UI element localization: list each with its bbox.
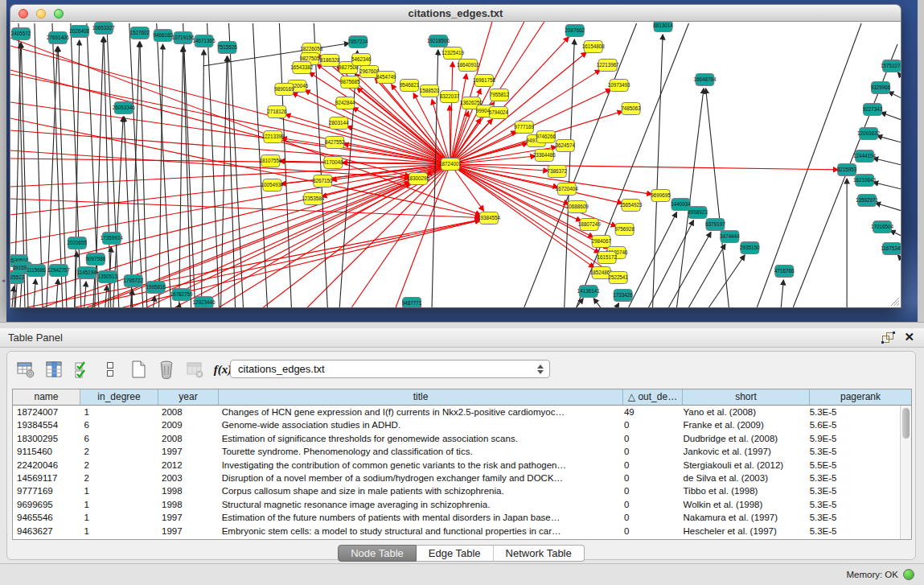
table-cell: Stergiakouli et al. (2012) [679,459,805,472]
graph-edge [107,23,119,307]
table-cell: 1 [80,511,158,524]
sidebar-collapse-icon[interactable]: ◂ [0,277,6,284]
delete-table-icon[interactable] [156,359,177,380]
table-cell: Investigating the contribution of common… [218,459,620,472]
table-row[interactable]: 1456911722003Disruption of a novel membe… [13,472,900,484]
graph-node-label: 2967608 [359,68,380,74]
column-header[interactable]: in_degree [80,389,158,405]
graph-node-label: 16961758 [473,77,495,83]
table-row[interactable]: 969969511998Structural magnetic resonanc… [13,498,900,511]
graph-edge [873,183,901,189]
graph-node-label: 1527602 [129,30,150,35]
tab-node-table[interactable]: Node Table [338,545,417,562]
column-header[interactable]: short [683,389,810,405]
graph-edge [450,164,616,226]
scrollbar-thumb[interactable] [902,408,910,439]
graph-node-label: 26053346 [113,105,135,110]
graph-node-label: 27691406 [47,35,69,40]
row-height-icon[interactable] [100,359,121,380]
table-cell: 2008 [158,406,218,418]
new-table-icon[interactable] [128,359,149,380]
table-row[interactable]: 2242004622012Investigating the contribut… [13,459,900,472]
graph-node-label: 12325419 [441,50,464,56]
table-cell: 1 [80,498,158,511]
table-settings-icon[interactable] [15,359,36,380]
column-header[interactable]: year [158,389,219,405]
table-row[interactable]: 1872400712008Changes of HCN gene express… [13,406,900,418]
graph-node-label: 9242844 [335,100,355,105]
float-panel-icon[interactable] [881,332,895,347]
table-cell: 22420046 [13,459,80,472]
minimize-window-button[interactable] [36,9,46,19]
table-cell: 1997 [158,525,218,538]
table-cell: Jankovic et al. (1997) [679,445,805,458]
table-row[interactable]: 977716911998Corpus callosum shape and si… [13,484,900,497]
network-table-select[interactable]: citations_edges.txt [230,360,550,378]
table-row[interactable]: 911546021997Tourette syndrome. Phenomeno… [13,445,900,458]
close-panel-icon[interactable]: ✕ [904,330,914,344]
graph-node-label: 1905513 [10,274,25,280]
table-row[interactable]: 1830029562008Estimation of significance … [13,432,900,445]
column-header[interactable]: name [13,389,80,405]
graph-node-label: 18107554 [259,158,281,163]
table-cell: 2 [80,445,158,458]
resize-grip-icon[interactable] [897,303,899,306]
graph-node-label: 2020655 [68,240,88,245]
table-cell: 14569117 [13,472,80,484]
graph-node-label: 1145194 [77,270,97,275]
table-cell: Franke et al. (2009) [679,418,805,431]
graph-node-label: 12213399 [261,134,284,139]
table-row[interactable]: 946362711997Embryonic stem cells: a mode… [13,525,900,538]
graph-node-label: 1588520 [420,88,440,93]
table-cell: 5.3E-5 [806,511,900,524]
select-stepper-icon [536,364,544,375]
table-cell: 9465546 [13,511,80,524]
tab-network-table[interactable]: Network Table [494,545,585,562]
graph-node-label: 7857224 [348,39,368,44]
graph-node-label: 1115686 [27,267,46,273]
table-cell: 9699695 [13,498,80,511]
graph-node-label: 2984067 [591,238,611,244]
graph-edge [688,245,725,307]
panel-splitter[interactable]: ▲ [0,322,924,328]
network-window-titlebar[interactable]: citations_edges.txt [10,4,901,22]
network-canvas[interactable]: 1872400718226058982750516543382818632898… [10,22,901,308]
resize-grip-icon[interactable] [894,301,899,307]
graph-edge [12,286,14,307]
graph-node-label: 19384554 [478,215,500,220]
table-cell: Changes of HCN gene expression and I(f) … [218,406,620,418]
table-cell: 1 [80,484,158,497]
table-cell: 0 [620,418,680,431]
column-header[interactable]: title [219,389,623,405]
select-rows-icon[interactable] [72,359,92,380]
table-cell: 5.3E-5 [806,484,900,497]
table-cell: 2003 [158,472,218,484]
close-window-button[interactable] [18,9,28,19]
graph-node-label: 1795722 [124,278,144,283]
table-body[interactable]: 1872400712008Changes of HCN gene express… [13,406,900,539]
table-cell: 5.3E-5 [806,525,900,538]
table-cell: 5.6E-5 [806,418,900,431]
column-header[interactable]: △ out_de… [623,389,683,405]
graph-edge [450,74,466,164]
graph-node-label: 9890169 [274,86,294,92]
import-table-icon[interactable] [184,359,205,380]
network-window: citations_edges.txt 18724007182260589827… [10,4,901,308]
table-row[interactable]: 946554611997Estimation of the future num… [13,511,900,524]
tab-edge-table[interactable]: Edge Table [417,545,494,562]
graph-node-label: 12923446 [193,299,216,305]
graph-node-label: 3474444 [720,233,740,239]
graph-node-label: 8454749 [376,74,396,80]
table-scrollbar[interactable] [900,406,911,539]
table-cell: Embryonic stem cells: a model to study s… [218,525,620,538]
table-cell: 2008 [158,432,218,445]
column-header[interactable]: pagerank [810,389,911,405]
zoom-window-button[interactable] [54,9,64,19]
graph-edge [347,126,450,164]
graph-node-label: 7515526 [217,44,237,50]
table-row[interactable]: 1938455462009Genome-wide association stu… [13,418,900,431]
graph-node-label: 16210643 [853,177,876,183]
graph-edge [154,296,155,307]
table-cell: 1997 [158,511,218,524]
show-columns-icon[interactable] [43,359,64,380]
